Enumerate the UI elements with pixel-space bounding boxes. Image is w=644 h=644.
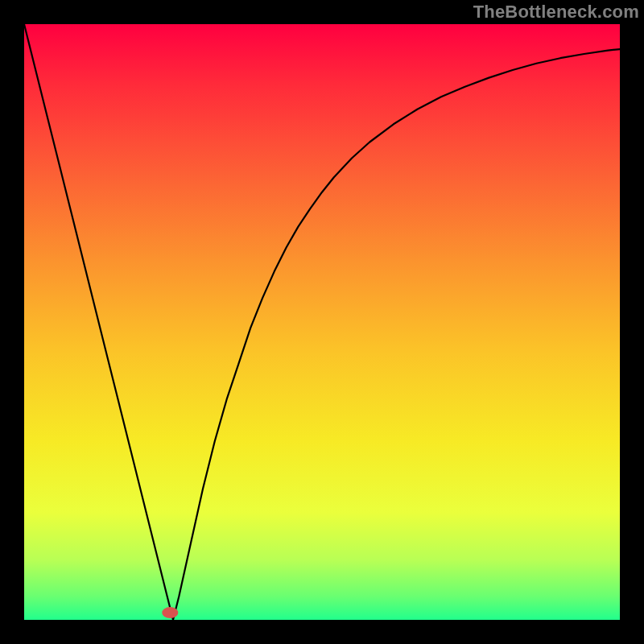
optimal-point-marker xyxy=(162,607,178,618)
plot-background xyxy=(24,24,620,620)
bottleneck-chart xyxy=(0,0,644,644)
chart-frame: TheBottleneck.com xyxy=(0,0,644,644)
